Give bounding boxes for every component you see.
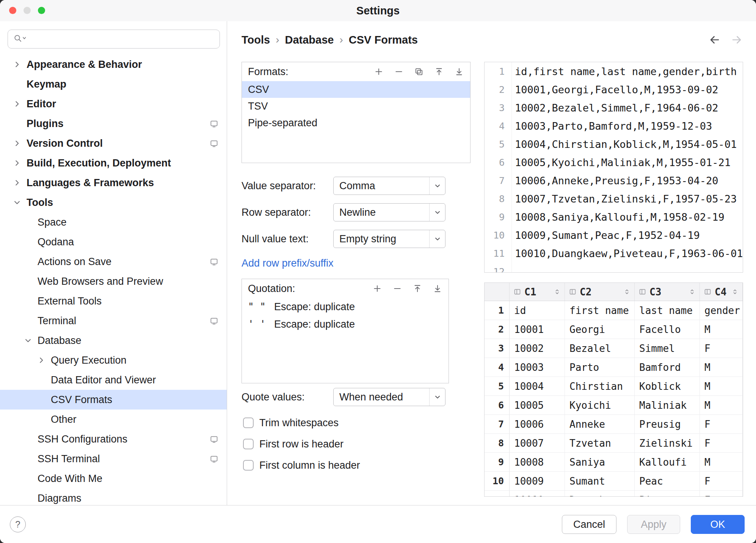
row-number[interactable]: 7	[485, 415, 510, 433]
grid-cell[interactable]: first name	[565, 301, 635, 320]
grid-cell[interactable]: Kalloufi	[635, 453, 700, 471]
remove-icon[interactable]	[394, 67, 404, 77]
grid-cell[interactable]: 10006	[510, 415, 565, 433]
grid-cell[interactable]: F	[700, 415, 743, 433]
null-value-text-combo[interactable]: Empty string	[333, 230, 445, 248]
grid-cell[interactable]: M	[700, 358, 743, 377]
grid-cell[interactable]: gender	[700, 301, 743, 320]
cancel-button[interactable]: Cancel	[562, 515, 616, 534]
help-button[interactable]: ?	[10, 516, 26, 532]
sort-icon[interactable]	[554, 288, 561, 295]
breadcrumb-segment-database[interactable]: Database	[285, 34, 334, 46]
grid-cell[interactable]: 10010	[510, 491, 565, 497]
add-row-prefix-suffix-link[interactable]: Add row prefix/suffix	[242, 256, 334, 271]
grid-cell[interactable]: Peac	[635, 472, 700, 490]
zoom-window-button[interactable]	[38, 7, 45, 14]
chevron-down-icon[interactable]	[13, 198, 27, 207]
chevron-right-icon[interactable]	[37, 356, 51, 364]
sidebar-item-space[interactable]: Space	[0, 212, 227, 232]
grid-cell[interactable]: id	[510, 301, 565, 320]
sidebar-item-query-execution[interactable]: Query Execution	[0, 350, 227, 370]
grid-cell[interactable]: 10004	[510, 377, 565, 395]
grid-cell[interactable]: Parto	[565, 358, 635, 377]
sort-icon[interactable]	[731, 288, 739, 295]
sidebar-item-plugins[interactable]: Plugins	[0, 114, 227, 133]
column-header-c4[interactable]: C4	[700, 283, 743, 301]
add-icon[interactable]	[374, 67, 384, 77]
grid-cell[interactable]: 10002	[510, 339, 565, 358]
add-icon[interactable]	[372, 284, 382, 293]
sidebar-item-terminal[interactable]: Terminal	[0, 311, 227, 331]
sidebar-item-web-browsers-and-preview[interactable]: Web Browsers and Preview	[0, 272, 227, 291]
row-number[interactable]: 9	[485, 453, 510, 471]
chevron-down-icon[interactable]	[24, 336, 38, 345]
sort-icon[interactable]	[689, 288, 696, 295]
sidebar-item-languages-frameworks[interactable]: Languages & Frameworks	[0, 173, 227, 193]
column-header-c3[interactable]: C3	[635, 283, 700, 301]
checkbox-first-column-is-header[interactable]	[243, 460, 254, 471]
grid-cell[interactable]: 10001	[510, 320, 565, 339]
remove-icon[interactable]	[392, 284, 402, 293]
row-number[interactable]: 10	[485, 472, 510, 490]
duplicate-icon[interactable]	[414, 67, 424, 77]
format-item-csv[interactable]: CSV	[242, 81, 470, 98]
grid-cell[interactable]: Bamford	[635, 358, 700, 377]
move-up-icon[interactable]	[413, 284, 422, 293]
ok-button[interactable]: OK	[691, 515, 745, 534]
move-down-icon[interactable]	[433, 284, 442, 293]
column-header-c1[interactable]: C1	[510, 283, 565, 301]
value-separator-combo[interactable]: Comma	[333, 177, 445, 195]
row-number[interactable]: 3	[485, 339, 510, 358]
format-item-pipe-separated[interactable]: Pipe-separated	[242, 115, 470, 131]
sidebar-item-tools[interactable]: Tools	[0, 193, 227, 212]
sidebar-item-qodana[interactable]: Qodana	[0, 232, 227, 252]
checkbox-trim-whitespaces[interactable]	[243, 417, 254, 428]
sidebar-item-actions-on-save[interactable]: Actions on Save	[0, 252, 227, 272]
import-icon[interactable]	[454, 67, 464, 77]
chevron-right-icon[interactable]	[13, 139, 27, 148]
sidebar-item-editor[interactable]: Editor	[0, 94, 227, 114]
grid-cell[interactable]: 10007	[510, 434, 565, 452]
grid-cell[interactable]: M	[700, 377, 743, 395]
sidebar-item-ssh-configurations[interactable]: SSH Configurations	[0, 429, 227, 449]
chevron-right-icon[interactable]	[13, 100, 27, 108]
grid-cell[interactable]: M	[700, 320, 743, 339]
grid-cell[interactable]: Piveteau	[635, 491, 700, 497]
row-number[interactable]: 6	[485, 396, 510, 414]
sidebar-item-version-control[interactable]: Version Control	[0, 133, 227, 153]
grid-cell[interactable]: Simmel	[635, 339, 700, 358]
sidebar-item-data-editor-and-viewer[interactable]: Data Editor and Viewer	[0, 370, 227, 390]
sidebar-item-appearance-behavior[interactable]: Appearance & Behavior	[0, 55, 227, 74]
sidebar-item-other[interactable]: Other	[0, 410, 227, 429]
grid-cell[interactable]: Facello	[635, 320, 700, 339]
row-number[interactable]: 2	[485, 320, 510, 339]
grid-cell[interactable]: Preusig	[635, 415, 700, 433]
grid-cell[interactable]: Koblick	[635, 377, 700, 395]
grid-cell[interactable]: Duangkaew	[565, 491, 635, 497]
sidebar-item-external-tools[interactable]: External Tools	[0, 291, 227, 311]
chevron-right-icon[interactable]	[13, 179, 27, 187]
row-separator-combo[interactable]: Newline	[333, 203, 445, 221]
apply-button[interactable]: Apply	[627, 515, 680, 534]
quote-values-combo[interactable]: When needed	[333, 388, 445, 406]
grid-cell[interactable]: Saniya	[565, 453, 635, 471]
format-item-tsv[interactable]: TSV	[242, 98, 470, 115]
grid-cell[interactable]: 10008	[510, 453, 565, 471]
grid-cell[interactable]: M	[700, 453, 743, 471]
chevron-right-icon[interactable]	[13, 159, 27, 167]
grid-cell[interactable]: Chirstian	[565, 377, 635, 395]
sidebar-item-keymap[interactable]: Keymap	[0, 74, 227, 94]
breadcrumb-segment-tools[interactable]: Tools	[242, 34, 270, 46]
sidebar-item-database[interactable]: Database	[0, 331, 227, 350]
grid-cell[interactable]: 10005	[510, 396, 565, 414]
sort-icon[interactable]	[623, 288, 631, 295]
grid-cell[interactable]: F	[700, 434, 743, 452]
grid-cell[interactable]: F	[700, 491, 743, 497]
row-number[interactable]: 4	[485, 358, 510, 377]
grid-cell[interactable]: M	[700, 396, 743, 414]
back-arrow-icon[interactable]	[708, 33, 721, 46]
close-window-button[interactable]	[9, 7, 16, 14]
quotation-item-1[interactable]: " "Escape: duplicate	[242, 298, 449, 315]
checkbox-first-row-is-header[interactable]	[243, 439, 254, 449]
quotation-item-2[interactable]: ' 'Escape: duplicate	[242, 315, 449, 333]
